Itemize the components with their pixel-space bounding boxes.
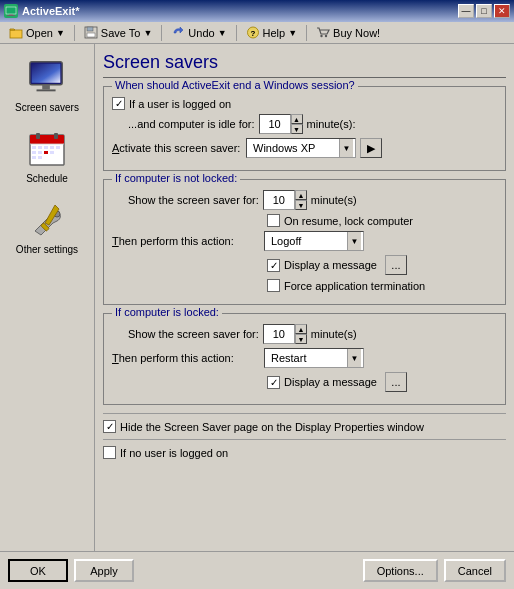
action-dropdown[interactable]: Logoff ▼ <box>264 231 364 251</box>
resume-lock-checkbox[interactable] <box>267 214 280 227</box>
options-button[interactable]: Options... <box>363 559 438 582</box>
maximize-button[interactable]: □ <box>476 4 492 18</box>
locked-action-dropdown-arrow: ▼ <box>347 349 361 367</box>
svg-rect-3 <box>10 30 22 38</box>
menu-sep-2 <box>161 25 162 41</box>
menu-saveto[interactable]: Save To ▼ <box>77 23 159 43</box>
section2-spin-up[interactable]: ▲ <box>295 190 307 200</box>
menu-open[interactable]: Open ▼ <box>2 23 72 43</box>
content-area: Screen savers When should ActiveExit end… <box>95 44 514 551</box>
menu-buynow[interactable]: Buy Now! <box>309 23 387 43</box>
svg-rect-12 <box>32 64 61 83</box>
section3-show-row: Show the screen saver for: ▲ ▼ minute(s) <box>128 324 497 344</box>
display-msg-checkbox[interactable] <box>267 259 280 272</box>
section2-show-spinner: ▲ ▼ <box>263 190 307 210</box>
svg-rect-30 <box>38 156 42 159</box>
hide-screensaver-label: Hide the Screen Saver page on the Displa… <box>120 421 424 433</box>
svg-rect-14 <box>37 89 56 91</box>
svg-rect-23 <box>50 146 54 149</box>
section3-spin-down[interactable]: ▼ <box>295 334 307 344</box>
svg-rect-5 <box>87 27 93 31</box>
folder-icon <box>9 26 23 39</box>
idle-prefix: ...and computer is idle for: <box>128 118 255 130</box>
screensaver-dropdown-arrow: ▼ <box>339 139 353 157</box>
save-icon <box>84 26 98 39</box>
logged-on-label: If a user is logged on <box>129 98 231 110</box>
section3-display-checkbox[interactable] <box>267 376 280 389</box>
svg-rect-6 <box>87 33 95 37</box>
sidebar-item-schedule[interactable]: Schedule <box>7 125 87 188</box>
no-user-checkbox[interactable] <box>103 446 116 459</box>
section2-show-input[interactable] <box>263 190 295 210</box>
menu-help[interactable]: ? Help ▼ <box>239 23 305 43</box>
ok-button[interactable]: OK <box>8 559 68 582</box>
section3-perform-label: Then perform this action: <box>112 352 260 364</box>
idle-spin-buttons: ▲ ▼ <box>291 114 303 134</box>
display-msg-btn[interactable]: ... <box>385 255 407 275</box>
activate-row: Activate this screen saver: Windows XP ▼… <box>112 138 497 158</box>
bottom-left-buttons: OK Apply <box>8 559 134 582</box>
section2-perform-row: Then perform this action: Logoff ▼ <box>112 231 497 251</box>
idle-spin-down[interactable]: ▼ <box>291 124 303 134</box>
force-app-checkbox[interactable] <box>267 279 280 292</box>
resume-row: On resume, lock computer <box>267 214 497 227</box>
svg-rect-28 <box>50 151 54 154</box>
menu-undo[interactable]: Undo ▼ <box>164 23 233 43</box>
section1-legend: When should ActiveExit end a Windows ses… <box>112 79 358 91</box>
section3-perform-row: Then perform this action: Restart ▼ <box>112 348 497 368</box>
idle-spin-up[interactable]: ▲ <box>291 114 303 124</box>
section3-show-input[interactable] <box>263 324 295 344</box>
page-title: Screen savers <box>103 52 506 78</box>
screensaver-action-btn[interactable]: ▶ <box>360 138 382 158</box>
title-bar: ActiveExit* — □ ✕ <box>0 0 514 22</box>
svg-point-10 <box>325 35 327 37</box>
section2-show-prefix: Show the screen saver for: <box>128 194 259 206</box>
display-msg-label: Display a message <box>284 259 377 271</box>
menu-bar: Open ▼ Save To ▼ Undo ▼ ? Help ▼ Buy Now… <box>0 22 514 44</box>
idle-row: ...and computer is idle for: ▲ ▼ minute(… <box>128 114 497 134</box>
section3-show-prefix: Show the screen saver for: <box>128 328 259 340</box>
cancel-button[interactable]: Cancel <box>444 559 506 582</box>
section3-display-btn[interactable]: ... <box>385 372 407 392</box>
svg-rect-29 <box>32 156 36 159</box>
separator-1 <box>103 413 506 414</box>
section2-show-row: Show the screen saver for: ▲ ▼ minute(s) <box>128 190 497 210</box>
section3-spin-up[interactable]: ▲ <box>295 324 307 334</box>
section3-legend: If computer is locked: <box>112 306 222 318</box>
svg-rect-2 <box>7 15 15 16</box>
bottom-right-buttons: Options... Cancel <box>363 559 506 582</box>
bottom-bar: OK Apply Options... Cancel <box>0 551 514 589</box>
action-dropdown-arrow: ▼ <box>347 232 361 250</box>
sidebar: Screen savers Schedule <box>0 44 95 551</box>
close-button[interactable]: ✕ <box>494 4 510 18</box>
svg-point-9 <box>320 35 322 37</box>
section3-display-label: Display a message <box>284 376 377 388</box>
separator-2 <box>103 439 506 440</box>
section2-legend: If computer is not locked: <box>112 172 240 184</box>
section3-group: If computer is locked: Show the screen s… <box>103 313 506 405</box>
apply-button[interactable]: Apply <box>74 559 134 582</box>
section2-spin-down[interactable]: ▼ <box>295 200 307 210</box>
section2-perform-label: Then perform this action: <box>112 235 260 247</box>
svg-rect-25 <box>32 151 36 154</box>
svg-rect-24 <box>56 146 60 149</box>
logged-on-checkbox[interactable] <box>112 97 125 110</box>
no-user-row: If no user is logged on <box>103 446 506 459</box>
resume-lock-label: On resume, lock computer <box>284 215 413 227</box>
hide-screensaver-checkbox[interactable] <box>103 420 116 433</box>
force-app-label: Force application termination <box>284 280 425 292</box>
checkbox1-row: If a user is logged on <box>112 97 497 110</box>
locked-action-dropdown[interactable]: Restart ▼ <box>264 348 364 368</box>
section1-group: When should ActiveExit end a Windows ses… <box>103 86 506 171</box>
hide-screensaver-row: Hide the Screen Saver page on the Displa… <box>103 420 506 433</box>
minimize-button[interactable]: — <box>458 4 474 18</box>
section3-display-row: Display a message ... <box>267 372 497 392</box>
sidebar-item-screensavers[interactable]: Screen savers <box>7 54 87 117</box>
svg-rect-27 <box>44 151 48 154</box>
idle-spinner: ▲ ▼ <box>259 114 303 134</box>
svg-rect-13 <box>42 85 50 90</box>
idle-input[interactable] <box>259 114 291 134</box>
sidebar-item-other-settings[interactable]: Other settings <box>7 196 87 259</box>
screensaver-dropdown[interactable]: Windows XP ▼ <box>246 138 356 158</box>
svg-rect-26 <box>38 151 42 154</box>
